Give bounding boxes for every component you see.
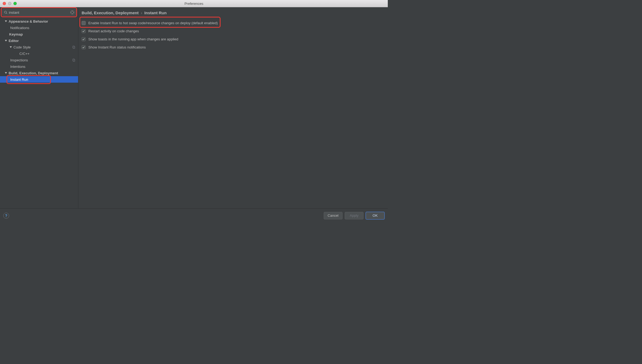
svg-rect-6 (73, 59, 75, 61)
setting-status-notifications[interactable]: Show Instant Run status notifications (82, 43, 385, 51)
ok-button[interactable]: OK (366, 212, 385, 219)
preferences-window: Preferences Appearance & Behavior (0, 0, 388, 222)
settings-area: Enable Instant Run to hot swap code/reso… (78, 17, 388, 53)
setting-label: Show Instant Run status notifications (88, 45, 146, 49)
search-wrap (2, 9, 76, 16)
cancel-button[interactable]: Cancel (324, 212, 343, 219)
copy-icon (72, 58, 75, 62)
settings-panel: Build, Execution, Deployment › Instant R… (78, 7, 388, 208)
sidebar-item-label: Code Style (13, 45, 72, 49)
sidebar-item-label: C/C++ (19, 52, 75, 56)
setting-label: Enable Instant Run to hot swap code/reso… (88, 21, 218, 25)
svg-rect-5 (73, 46, 75, 48)
content-area: Appearance & Behavior Notifications Keym… (0, 7, 388, 208)
sidebar-item-label: Instant Run (10, 78, 75, 82)
sidebar-item-label: Keymap (9, 32, 75, 36)
sidebar-item-label: Build, Execution, Deployment (9, 71, 75, 75)
chevron-down-icon (5, 20, 7, 22)
preferences-tree: Appearance & Behavior Notifications Keym… (0, 17, 78, 208)
chevron-down-icon (10, 46, 12, 48)
setting-restart-activity[interactable]: Restart activity on code changes (82, 27, 385, 35)
breadcrumb-parent: Build, Execution, Deployment (82, 10, 139, 15)
clear-search-icon[interactable] (70, 10, 74, 15)
setting-enable-instant-run[interactable]: Enable Instant Run to hot swap code/reso… (82, 19, 218, 27)
titlebar: Preferences (0, 0, 388, 7)
sidebar-item-c-cpp[interactable]: C/C++ (0, 50, 78, 57)
sidebar: Appearance & Behavior Notifications Keym… (0, 7, 78, 208)
sidebar-item-editor[interactable]: Editor (0, 37, 78, 44)
sidebar-item-label: Intentions (10, 65, 75, 69)
dialog-footer: ? Cancel Apply OK (0, 208, 388, 222)
svg-rect-4 (73, 46, 75, 48)
chevron-down-icon (5, 72, 7, 74)
button-label: Apply (350, 214, 359, 218)
sidebar-item-intentions[interactable]: Intentions (0, 63, 78, 70)
window-title: Preferences (0, 2, 388, 6)
setting-show-toasts[interactable]: Show toasts in the running app when chan… (82, 35, 385, 43)
setting-label: Restart activity on code changes (88, 29, 139, 33)
sidebar-item-label: Inspections (10, 58, 72, 62)
button-label: OK (373, 214, 378, 218)
sidebar-item-inspections[interactable]: Inspections (0, 57, 78, 63)
setting-label: Show toasts in the running app when chan… (88, 37, 178, 41)
search-input[interactable] (2, 9, 76, 16)
sidebar-item-code-style[interactable]: Code Style (0, 44, 78, 50)
sidebar-item-instant-run[interactable]: Instant Run (0, 76, 78, 83)
checkbox-checked[interactable] (82, 45, 86, 49)
checkbox-unchecked[interactable] (82, 21, 86, 25)
sidebar-item-appearance-behavior[interactable]: Appearance & Behavior (0, 18, 78, 24)
chevron-down-icon (5, 40, 7, 41)
svg-rect-7 (73, 59, 75, 61)
breadcrumb: Build, Execution, Deployment › Instant R… (78, 7, 388, 17)
apply-button[interactable]: Apply (345, 212, 364, 219)
checkbox-checked[interactable] (82, 29, 86, 33)
button-label: Cancel (328, 214, 339, 218)
sidebar-item-build-execution-deployment[interactable]: Build, Execution, Deployment (0, 70, 78, 76)
breadcrumb-separator: › (141, 10, 142, 15)
help-button[interactable]: ? (3, 213, 9, 219)
sidebar-item-label: Editor (9, 39, 75, 43)
sidebar-item-label: Notifications (10, 26, 75, 30)
breadcrumb-current: Instant Run (144, 10, 167, 15)
checkbox-checked[interactable] (82, 37, 86, 41)
sidebar-item-keymap[interactable]: Keymap (0, 31, 78, 37)
copy-icon (72, 46, 75, 49)
sidebar-item-notifications[interactable]: Notifications (0, 24, 78, 31)
sidebar-item-label: Appearance & Behavior (9, 19, 75, 23)
help-icon: ? (5, 214, 8, 218)
